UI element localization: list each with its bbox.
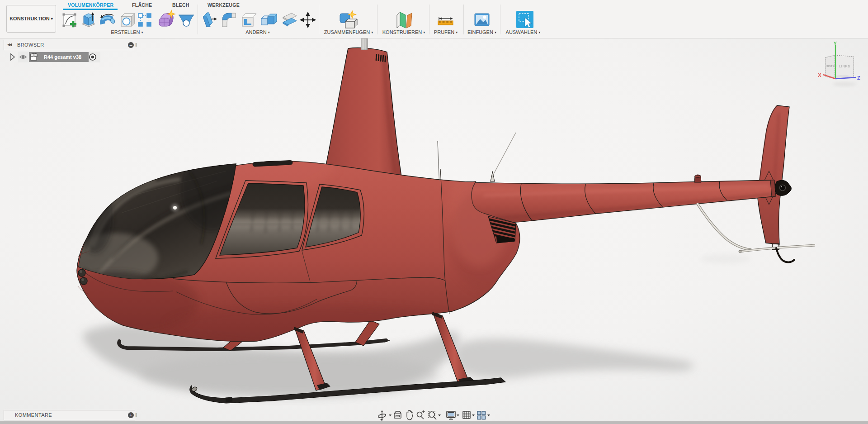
svg-text:Z: Z [857,75,860,81]
svg-text:LINKS: LINKS [839,64,850,68]
svg-text:X: X [818,72,821,78]
svg-text:HINTEN: HINTEN [826,64,836,67]
svg-text:Y: Y [834,41,837,46]
